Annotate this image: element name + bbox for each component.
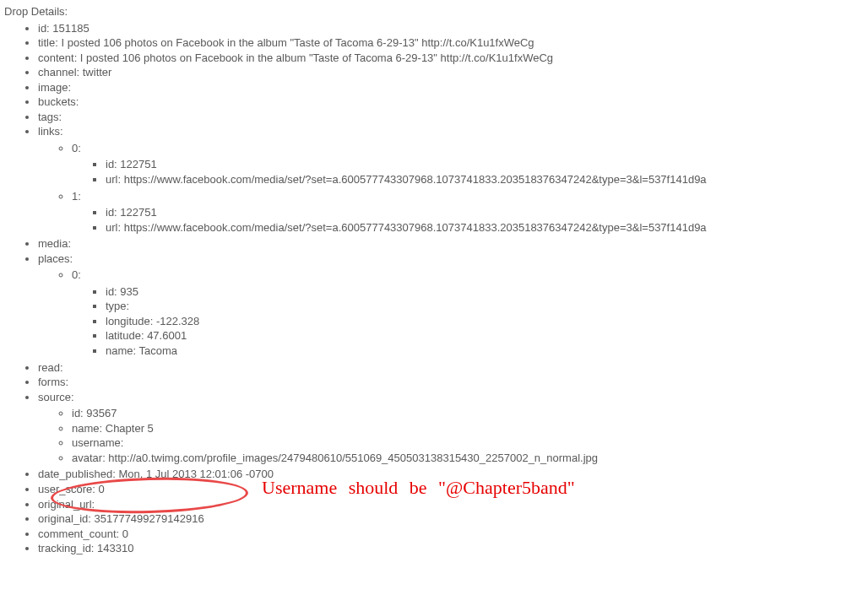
links-item-0: 0: id: 122751 url: https://www.facebook.… bbox=[72, 141, 864, 187]
drop-details-list: id: 151185 title: I posted 106 photos on… bbox=[4, 21, 864, 556]
places-0-label: 0: bbox=[72, 268, 81, 281]
links-1-label: 1: bbox=[72, 190, 81, 203]
links-0-sublist: id: 122751 url: https://www.facebook.com… bbox=[72, 157, 864, 187]
field-comment-count: comment_count: 0 bbox=[38, 527, 864, 542]
links-1-sublist: id: 122751 url: https://www.facebook.com… bbox=[72, 205, 864, 235]
field-tags: tags: bbox=[38, 110, 864, 125]
links-list: 0: id: 122751 url: https://www.facebook.… bbox=[38, 141, 864, 235]
field-content: content: I posted 106 photos on Facebook… bbox=[38, 51, 864, 66]
field-image: image: bbox=[38, 80, 864, 95]
field-media: media: bbox=[38, 236, 864, 252]
places-0-name: name: Tacoma bbox=[106, 343, 864, 359]
links-1-id: id: 122751 bbox=[106, 205, 864, 220]
places-0-type: type: bbox=[106, 299, 864, 314]
field-buckets: buckets: bbox=[38, 95, 864, 110]
field-channel: channel: twitter bbox=[38, 65, 864, 80]
source-id: id: 93567 bbox=[72, 406, 864, 421]
links-1-url: url: https://www.facebook.com/media/set/… bbox=[106, 220, 864, 235]
field-original-url: original_url: bbox=[38, 497, 864, 512]
places-0-sublist: id: 935 type: longitude: -122.328 latitu… bbox=[72, 284, 864, 359]
field-links: links: 0: id: 122751 url: https://www.fa… bbox=[38, 124, 864, 235]
source-name: name: Chapter 5 bbox=[72, 421, 864, 436]
source-avatar: avatar: http://a0.twimg.com/profile_imag… bbox=[72, 451, 864, 466]
places-0-id: id: 935 bbox=[106, 284, 864, 300]
links-0-url: url: https://www.facebook.com/media/set/… bbox=[106, 172, 864, 187]
field-title: title: I posted 106 photos on Facebook i… bbox=[38, 35, 864, 51]
field-places: places: 0: id: 935 type: longitude: -122… bbox=[38, 252, 864, 359]
field-places-label: places: bbox=[38, 252, 73, 265]
field-links-label: links: bbox=[38, 125, 63, 138]
places-item-0: 0: id: 935 type: longitude: -122.328 lat… bbox=[72, 268, 864, 358]
field-date-published: date_published: Mon, 1 Jul 2013 12:01:06… bbox=[38, 467, 864, 482]
page-title: Drop Details: bbox=[4, 4, 864, 19]
places-0-latitude: latitude: 47.6001 bbox=[106, 328, 864, 343]
field-tracking-id: tracking_id: 143310 bbox=[38, 541, 864, 556]
source-username: username: bbox=[72, 435, 864, 451]
links-0-label: 0: bbox=[72, 142, 81, 154]
field-original-id: original_id: 351777499279142916 bbox=[38, 511, 864, 527]
places-list: 0: id: 935 type: longitude: -122.328 lat… bbox=[38, 268, 864, 358]
field-read: read: bbox=[38, 360, 864, 376]
field-source-label: source: bbox=[38, 391, 74, 403]
links-0-id: id: 122751 bbox=[106, 157, 864, 172]
field-forms: forms: bbox=[38, 375, 864, 390]
field-user-score: user_score: 0 bbox=[38, 482, 864, 497]
field-source: source: id: 93567 name: Chapter 5 userna… bbox=[38, 390, 864, 466]
source-sublist: id: 93567 name: Chapter 5 username: avat… bbox=[38, 406, 864, 465]
field-id: id: 151185 bbox=[38, 21, 864, 36]
places-0-longitude: longitude: -122.328 bbox=[106, 314, 864, 329]
links-item-1: 1: id: 122751 url: https://www.facebook.… bbox=[72, 189, 864, 235]
